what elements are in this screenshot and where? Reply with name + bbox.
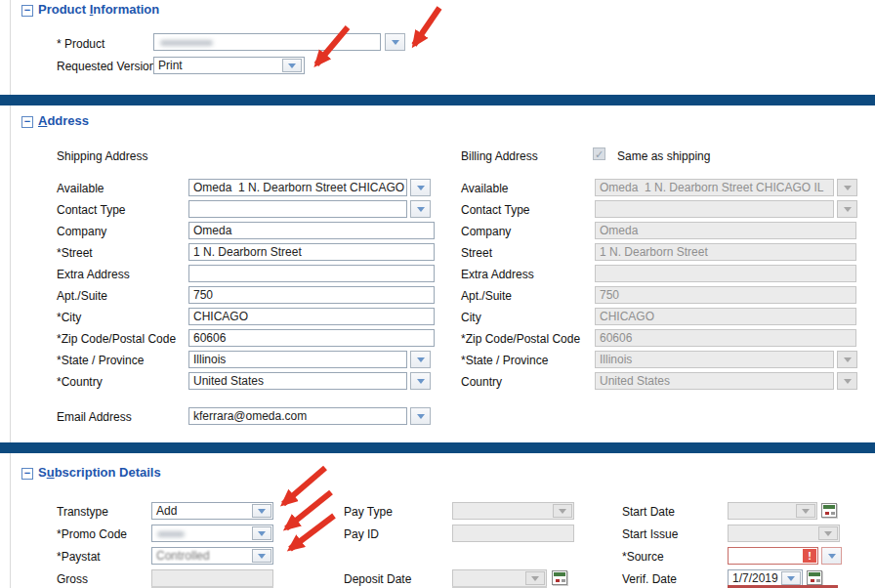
- email-address-label: Email Address: [57, 410, 132, 424]
- chevron-down-icon: [258, 531, 266, 540]
- title-text: S: [38, 465, 47, 480]
- collapse-icon[interactable]: [21, 5, 33, 17]
- billing-company-input: Omeda: [595, 222, 856, 239]
- shipping-street-input[interactable]: 1 N. Dearborn Street: [188, 243, 435, 261]
- shipping-extra-address-input[interactable]: [188, 265, 435, 282]
- chevron-down-icon: [559, 509, 566, 518]
- billing-extra-address-input: [595, 265, 856, 282]
- billing-contact-type-dropdown-button: [837, 200, 857, 218]
- billing-contact-type-select: [595, 200, 834, 218]
- section-title-subscription-details[interactable]: Subscription Details: [38, 465, 161, 480]
- promo-code-label: *Promo Code: [57, 527, 127, 541]
- paystat-label: *Paystat: [57, 550, 101, 564]
- shipping-contact-type-dropdown-button[interactable]: [410, 200, 431, 218]
- subscription-entry-form: Product Information * Product Requested …: [0, 0, 875, 588]
- promo-code-dropdown-button[interactable]: [252, 526, 271, 540]
- collapse-icon[interactable]: [21, 468, 33, 480]
- paystat-dropdown-button[interactable]: [252, 549, 271, 563]
- email-address-dropdown-button[interactable]: [410, 407, 431, 425]
- verif-date-label: Verif. Date: [622, 572, 677, 586]
- shipping-available-dropdown-button[interactable]: [410, 179, 431, 196]
- shipping-zip-input[interactable]: 60606: [188, 329, 435, 347]
- billing-contact-type-label: Contact Type: [461, 203, 530, 217]
- title-text: nformation: [93, 2, 159, 17]
- chevron-down-icon: [844, 186, 852, 194]
- title-accel: u: [47, 465, 55, 480]
- section-divider-bar: [0, 95, 875, 105]
- chevron-down-icon: [258, 509, 266, 518]
- chevron-down-icon: [417, 414, 425, 423]
- source-label: *Source: [622, 550, 664, 564]
- requested-version-label: Requested Version: [57, 60, 155, 73]
- shipping-address-heading: Shipping Address: [57, 149, 147, 163]
- left-border-rule: [10, 0, 11, 588]
- redacted-text: [157, 531, 185, 537]
- billing-city-input: CHICAGO: [595, 308, 856, 325]
- shipping-state-dropdown-button[interactable]: [410, 351, 431, 368]
- billing-zip-input: 60606: [595, 329, 856, 347]
- section-title-address[interactable]: Address: [38, 113, 89, 128]
- same-as-shipping-checkbox: [593, 147, 605, 160]
- source-dropdown-button[interactable]: [821, 547, 842, 565]
- calendar-icon[interactable]: [807, 570, 822, 585]
- chevron-down-icon: [844, 207, 852, 216]
- shipping-contact-type-select[interactable]: [188, 200, 407, 218]
- chevron-down-icon: [417, 357, 425, 366]
- title-text: ddress: [47, 113, 89, 128]
- billing-country-label: Country: [461, 375, 502, 389]
- section-title-product-information[interactable]: Product Information: [38, 2, 159, 17]
- chevron-down-icon: [531, 576, 539, 585]
- calendar-icon: [821, 503, 837, 518]
- deposit-date-dropdown-button: [525, 571, 545, 585]
- chevron-down-icon: [417, 186, 425, 194]
- pay-type-label: Pay Type: [344, 505, 393, 519]
- billing-state-dropdown-button: [837, 351, 857, 368]
- shipping-contact-type-label: Contact Type: [57, 203, 126, 217]
- shipping-apt-suite-input[interactable]: 750: [188, 286, 435, 304]
- billing-available-dropdown-button: [837, 179, 857, 196]
- shipping-available-select[interactable]: Omeda 1 N. Dearborn Street CHICAGO IL: [188, 179, 407, 196]
- product-label: * Product: [57, 37, 104, 51]
- billing-available-select: Omeda 1 N. Dearborn Street CHICAGO IL: [595, 179, 834, 196]
- chevron-down-icon: [288, 63, 296, 72]
- shipping-company-input[interactable]: Omeda: [188, 222, 435, 239]
- shipping-city-label: *City: [57, 311, 81, 324]
- same-as-shipping-label: Same as shipping: [617, 149, 710, 163]
- start-issue-dropdown-button: [818, 526, 838, 540]
- paystat-value: Controlled: [156, 549, 210, 563]
- chevron-down-icon: [824, 531, 832, 540]
- annotation-arrow: [414, 8, 439, 45]
- billing-country-select: United States: [595, 372, 834, 390]
- transtype-label: Transtype: [57, 505, 108, 519]
- chevron-down-icon: [844, 357, 852, 366]
- shipping-country-select[interactable]: United States: [188, 372, 407, 390]
- gross-label: Gross: [57, 572, 88, 586]
- requested-version-dropdown-button[interactable]: [282, 59, 302, 72]
- billing-company-label: Company: [461, 225, 511, 238]
- billing-state-label: *State / Province: [461, 354, 548, 367]
- product-dropdown-button[interactable]: [385, 33, 405, 51]
- shipping-city-input[interactable]: CHICAGO: [188, 308, 435, 325]
- validation-error-icon: !: [803, 549, 816, 563]
- section-divider-bar: [0, 442, 875, 453]
- chevron-down-icon: [417, 207, 425, 216]
- billing-country-dropdown-button: [837, 372, 857, 390]
- deposit-date-label: Deposit Date: [344, 572, 411, 586]
- shipping-extra-address-label: Extra Address: [57, 268, 130, 281]
- billing-address-heading: Billing Address: [461, 149, 538, 163]
- billing-city-label: City: [461, 311, 481, 324]
- shipping-country-dropdown-button[interactable]: [410, 372, 431, 390]
- billing-extra-address-label: Extra Address: [461, 268, 534, 281]
- verif-date-dropdown-button[interactable]: [781, 571, 801, 585]
- email-address-select[interactable]: kferrara@omeda.com: [188, 407, 407, 425]
- transtype-dropdown-button[interactable]: [252, 504, 271, 518]
- billing-apt-suite-label: Apt./Suite: [461, 289, 512, 303]
- calendar-icon: [552, 570, 567, 585]
- billing-street-input: 1 N. Dearborn Street: [595, 243, 856, 261]
- shipping-available-label: Available: [57, 182, 104, 195]
- shipping-apt-suite-label: Apt./Suite: [57, 289, 107, 303]
- start-issue-label: Start Issue: [622, 527, 678, 541]
- annotation-arrow: [283, 468, 325, 504]
- collapse-icon[interactable]: [21, 116, 33, 128]
- shipping-state-select[interactable]: Illinois: [188, 351, 407, 368]
